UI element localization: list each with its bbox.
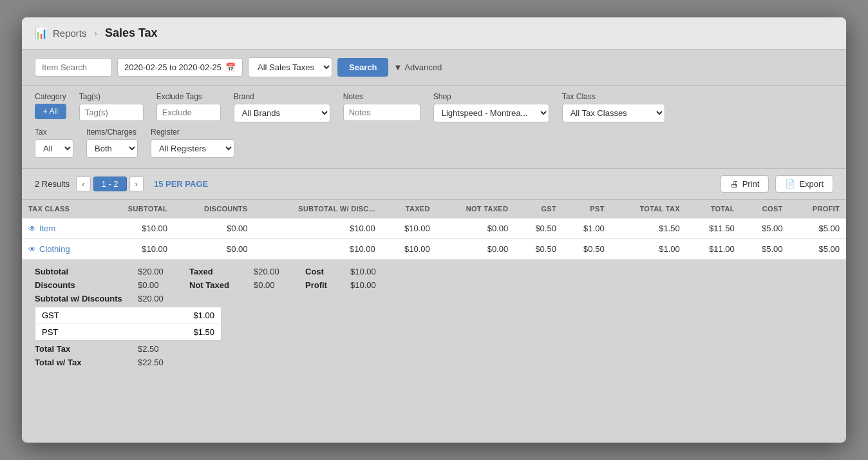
breadcrumb-reports[interactable]: Reports <box>53 28 87 39</box>
exclude-tags-label: Exclude Tags <box>156 92 221 101</box>
total-w-tax-label: Total w/ Tax <box>35 358 138 367</box>
cell-cost: $5.00 <box>741 218 789 239</box>
title-bar: 📊 Reports › Sales Tax <box>22 17 846 50</box>
notes-input[interactable] <box>343 104 420 121</box>
print-icon: 🖨 <box>730 179 739 189</box>
cell-pst: $1.00 <box>563 218 611 239</box>
page-current: 1 - 2 <box>93 177 127 191</box>
cell-total: $11.00 <box>686 239 741 260</box>
col-discounts: DISCOUNTS <box>174 200 254 218</box>
cell-total-tax: $1.00 <box>611 239 686 260</box>
summary-row-total-w-tax: Total w/ Tax $22.50 <box>35 356 833 369</box>
tax-filter-wrapper[interactable]: All Sales Taxes <box>248 57 332 77</box>
cell-taxed: $10.00 <box>382 218 437 239</box>
pst-value: $1.50 <box>193 327 214 337</box>
gst-value: $1.00 <box>193 311 214 320</box>
date-range-input[interactable]: 2020-02-25 to 2020-02-25 📅 <box>117 58 243 77</box>
results-count: 2 Results <box>35 179 70 189</box>
register-label: Register <box>151 128 234 137</box>
items-charges-filter: Items/Charges Both Items Charges <box>86 128 138 158</box>
cell-subtotal-disc: $10.00 <box>254 239 381 260</box>
per-page-selector[interactable]: 15 PER PAGE <box>154 179 208 189</box>
tax-filter-group: Tax All <box>35 128 73 158</box>
shop-select[interactable]: Lightspeed - Montrea... <box>433 104 549 122</box>
col-total-tax: TOTAL TAX <box>611 200 686 218</box>
breadcrumb-separator: › <box>95 28 97 38</box>
notes-label: Notes <box>343 92 420 101</box>
tags-label: Tag(s) <box>79 92 144 101</box>
tax-class-link[interactable]: 👁 Clothing <box>28 244 93 254</box>
subtotal-label: Subtotal <box>35 267 138 276</box>
total-tax-value: $2.50 <box>138 344 176 354</box>
reports-icon: 📊 <box>35 27 48 39</box>
next-page-button[interactable]: › <box>129 177 144 191</box>
tax-class-link[interactable]: 👁 Item <box>28 224 93 233</box>
cell-profit: $5.00 <box>789 218 846 239</box>
register-select[interactable]: All Registers <box>151 139 234 158</box>
discounts-label: Discounts <box>35 280 138 290</box>
item-search-input[interactable] <box>35 58 112 77</box>
summary-row-subtotal-disc: Subtotal w/ Discounts $20.00 <box>35 292 833 305</box>
toolbar: 2020-02-25 to 2020-02-25 📅 All Sales Tax… <box>22 50 846 86</box>
cell-total: $11.50 <box>686 218 741 239</box>
tax-select[interactable]: All <box>35 139 73 158</box>
eye-icon: 👁 <box>28 224 36 233</box>
results-bar: 2 Results ‹ 1 - 2 › 15 PER PAGE 🖨 Print … <box>22 169 846 200</box>
cell-discounts: $0.00 <box>174 239 254 260</box>
discounts-value: $0.00 <box>138 280 176 290</box>
col-cost: COST <box>741 200 789 218</box>
category-filter: Category + All <box>35 92 66 119</box>
cell-taxed: $10.00 <box>382 239 437 260</box>
register-filter: Register All Registers <box>151 128 234 158</box>
tags-filter: Tag(s) <box>79 92 144 121</box>
print-button[interactable]: 🖨 Print <box>721 175 769 193</box>
table-header-row: TAX CLASS SUBTOTAL DISCOUNTS SUBTOTAL W/… <box>22 200 846 218</box>
advanced-button[interactable]: ▼ Advanced <box>393 62 442 72</box>
category-label: Category <box>35 92 66 101</box>
cell-tax-class: 👁 Clothing <box>22 239 99 260</box>
search-button[interactable]: Search <box>337 58 388 77</box>
cell-subtotal: $10.00 <box>99 239 174 260</box>
col-profit: PROFIT <box>789 200 846 218</box>
sales-tax-table: TAX CLASS SUBTOTAL DISCOUNTS SUBTOTAL W/… <box>22 200 846 260</box>
taxed-label: Taxed <box>189 267 254 276</box>
tax-label: Tax <box>35 128 73 137</box>
col-pst: PST <box>563 200 611 218</box>
tags-input[interactable] <box>79 104 144 121</box>
gst-row: GST $1.00 <box>35 307 221 324</box>
eye-icon: 👁 <box>28 245 36 254</box>
pst-label: PST <box>42 327 58 337</box>
brand-select[interactable]: All Brands <box>234 104 330 122</box>
table-wrapper: TAX CLASS SUBTOTAL DISCOUNTS SUBTOTAL W/… <box>22 200 846 260</box>
not-taxed-value: $0.00 <box>254 280 292 290</box>
export-button[interactable]: 📄 Export <box>775 175 833 193</box>
category-all-button[interactable]: + All <box>35 104 66 119</box>
tax-detail-box: GST $1.00 PST $1.50 <box>35 307 222 341</box>
exclude-tags-filter: Exclude Tags <box>156 92 221 121</box>
profit-label: Profit <box>305 280 350 290</box>
prev-page-button[interactable]: ‹ <box>76 177 90 191</box>
pagination: ‹ 1 - 2 › <box>76 177 144 191</box>
col-not-taxed: NOT TAXED <box>437 200 515 218</box>
subtotal-disc-value: $20.00 <box>138 294 176 303</box>
filter-row-1: Category + All Tag(s) Exclude Tags Brand… <box>35 92 833 122</box>
filter-row-2: Tax All Items/Charges Both Items Charges… <box>35 128 833 158</box>
cell-gst: $0.50 <box>514 218 563 239</box>
items-charges-select[interactable]: Both Items Charges <box>86 139 138 158</box>
subtotal-value: $20.00 <box>138 267 176 276</box>
summary-row-total-tax: Total Tax $2.50 <box>35 342 833 356</box>
notes-filter: Notes <box>343 92 420 121</box>
cell-cost: $5.00 <box>741 239 789 260</box>
col-tax-class: TAX CLASS <box>22 200 99 218</box>
cell-subtotal: $10.00 <box>99 218 174 239</box>
not-taxed-label: Not Taxed <box>189 280 254 290</box>
exclude-tags-input[interactable] <box>156 104 221 121</box>
cell-profit: $5.00 <box>789 239 846 260</box>
filters-panel: Category + All Tag(s) Exclude Tags Brand… <box>22 86 846 169</box>
profit-value: $10.00 <box>350 280 376 290</box>
tax-filter-select[interactable]: All Sales Taxes <box>249 58 332 77</box>
cell-subtotal-disc: $10.00 <box>254 218 381 239</box>
cell-not-taxed: $0.00 <box>437 218 515 239</box>
total-w-tax-value: $22.50 <box>138 358 176 367</box>
tax-class-select[interactable]: All Tax Classes <box>562 104 665 122</box>
